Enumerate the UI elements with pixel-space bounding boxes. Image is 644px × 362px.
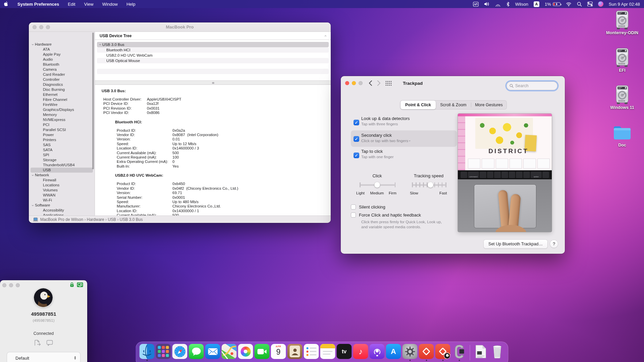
search-input[interactable]: Search: [506, 81, 557, 90]
safari-icon[interactable]: [172, 344, 187, 359]
anydesk-session-icon[interactable]: [435, 344, 450, 359]
desktop-icon-efi[interactable]: EFI: [606, 48, 638, 73]
volume-icon[interactable]: [484, 2, 490, 6]
zoom-button[interactable]: [16, 283, 20, 287]
calendar-icon[interactable]: APR 9: [271, 344, 286, 359]
document-icon[interactable]: [473, 344, 488, 359]
option-force-click-and-haptic-feedback[interactable]: Force Click and haptic feedback: [351, 213, 421, 218]
anydesk-icon[interactable]: [419, 344, 434, 359]
photos-icon[interactable]: [238, 344, 253, 359]
menu-help[interactable]: Help: [126, 2, 136, 7]
option-silent-clicking[interactable]: Silent clicking: [351, 204, 385, 209]
sidebar-item-accessibility[interactable]: Accessibility: [29, 208, 95, 213]
dock-item-mail[interactable]: [205, 344, 220, 361]
dock-item-launchpad[interactable]: [156, 344, 171, 361]
input-source-badge[interactable]: A: [534, 1, 539, 7]
sidebar-item-printers[interactable]: Printers: [29, 137, 95, 142]
back-button[interactable]: [369, 80, 372, 86]
chevron-down-icon[interactable]: ›: [408, 140, 412, 141]
sidebar-item-camera[interactable]: Camera: [29, 67, 95, 72]
breadcrumb-part[interactable]: USB 3.0 Bus: [120, 217, 143, 222]
tab-scroll-zoom[interactable]: Scroll & Zoom: [436, 101, 471, 109]
dock-item-calendar[interactable]: APR 9: [271, 344, 286, 361]
system-preferences-icon[interactable]: [402, 344, 418, 359]
menu-edit[interactable]: Edit: [68, 2, 75, 7]
show-all-grid-icon[interactable]: [385, 81, 392, 86]
trackpad-demo-video[interactable]: DISTRICT commandoption: [458, 114, 552, 232]
app-store-icon[interactable]: A: [386, 344, 401, 359]
mail-icon[interactable]: [205, 344, 220, 359]
breadcrumb-part[interactable]: MacBook Pro de Wilson: [40, 217, 83, 222]
desktop-icon-monterrey-odin[interactable]: Monterrey-ODIN: [606, 10, 638, 35]
tree-row-usb-3-0-bus[interactable]: ›USB 3.0 Bus: [97, 42, 329, 47]
dock-item-app-store[interactable]: A: [386, 344, 401, 361]
reminders-icon[interactable]: [304, 344, 319, 359]
sidebar-item-applications[interactable]: Applications: [29, 213, 95, 216]
checkbox-force-click-and-haptic-feedback[interactable]: [351, 213, 356, 218]
notes-icon[interactable]: [320, 344, 335, 359]
help-button[interactable]: ?: [550, 240, 558, 248]
dock-item-trash[interactable]: [490, 344, 505, 361]
dock-item-messages[interactable]: [189, 344, 204, 361]
keyboard-brightness-icon[interactable]: [495, 2, 501, 6]
breadcrumb-part[interactable]: USB: [108, 217, 116, 222]
bluetooth-icon[interactable]: [506, 2, 510, 7]
minimize-button[interactable]: [352, 81, 356, 85]
sidebar-item-storage[interactable]: Storage: [29, 158, 95, 163]
sidebar-item-bluetooth[interactable]: Bluetooth: [29, 62, 95, 67]
sidebar-group-network[interactable]: ›Network: [29, 173, 95, 178]
option-look-up-data-detectors[interactable]: ✓Look up & data detectorsTap with three …: [351, 115, 457, 129]
sidebar-scrollbar[interactable]: [92, 33, 94, 169]
sidebar-item-ata[interactable]: ATA: [29, 47, 95, 52]
sidebar-item-firewire[interactable]: FireWire: [29, 102, 95, 107]
dock-item-config-tool[interactable]: [452, 344, 467, 361]
menu-system-preferences[interactable]: System Preferences: [17, 2, 59, 7]
sidebar-item-nvmexpress[interactable]: NVMExpress: [29, 117, 95, 122]
sidebar-item-card-reader[interactable]: Card Reader: [29, 72, 95, 77]
battery-icon[interactable]: [553, 2, 560, 6]
wifi-icon[interactable]: [566, 2, 572, 6]
dock-item-tv[interactable]: tv: [337, 344, 352, 361]
sidebar-item-thunderbolt-usb4[interactable]: Thunderbolt/USB4: [29, 163, 95, 168]
apple-menu-icon[interactable]: [4, 1, 9, 7]
click-slider-thumb[interactable]: [374, 182, 380, 188]
option-tap-to-click[interactable]: ✓Tap to clickTap with one finger: [351, 148, 457, 162]
trash-icon[interactable]: [490, 344, 505, 359]
tv-icon[interactable]: tv: [337, 344, 352, 359]
menu-clock[interactable]: Sun 9 Apr 02:48: [609, 2, 640, 7]
avatar[interactable]: [34, 288, 53, 307]
checkbox-secondary-click[interactable]: ✓: [354, 136, 359, 142]
profile-select[interactable]: Default ▲▼: [7, 352, 80, 362]
messages-icon[interactable]: [189, 344, 204, 359]
dock-item-podcasts[interactable]: [370, 344, 385, 361]
sysinfo-titlebar[interactable]: MacBook Pro: [29, 22, 331, 32]
close-button[interactable]: [345, 81, 349, 85]
contacts-icon[interactable]: [287, 344, 303, 359]
dock-item-contacts[interactable]: [287, 344, 303, 361]
facetime-icon[interactable]: [255, 344, 270, 359]
dock-item-facetime[interactable]: [255, 344, 270, 361]
dock-item-maps[interactable]: [222, 344, 237, 361]
control-center-icon[interactable]: [587, 2, 593, 6]
sidebar-item-sata[interactable]: SATA: [29, 147, 95, 153]
dock-item-notes[interactable]: [320, 344, 335, 361]
sidebar-item-volumes[interactable]: Volumes: [29, 188, 95, 193]
launchpad-icon[interactable]: [156, 344, 171, 359]
sidebar-item-pci[interactable]: PCI: [29, 122, 95, 127]
sidebar-item-fibre-channel[interactable]: Fibre Channel: [29, 97, 95, 102]
sidebar-item-power[interactable]: Power: [29, 132, 95, 137]
finder-icon[interactable]: [140, 344, 155, 359]
spotlight-icon[interactable]: [577, 2, 582, 7]
dock-item-reminders[interactable]: [304, 344, 319, 361]
tab-point-click[interactable]: Point & Click: [400, 101, 436, 109]
minimize-button[interactable]: [39, 25, 43, 29]
sidebar-item-controller[interactable]: Controller: [29, 77, 95, 82]
tree-row-usb-optical-mouse[interactable]: USB Optical Mouse: [97, 58, 329, 63]
dock-item-document[interactable]: [473, 344, 488, 361]
close-button[interactable]: [2, 283, 6, 287]
sidebar-item-usb[interactable]: USB: [31, 168, 93, 173]
remote-session-icon[interactable]: [77, 282, 83, 287]
sidebar-item-wwan[interactable]: WWAN: [29, 193, 95, 198]
tab-more-gestures[interactable]: More Gestures: [471, 101, 506, 109]
menu-view[interactable]: View: [84, 2, 94, 7]
